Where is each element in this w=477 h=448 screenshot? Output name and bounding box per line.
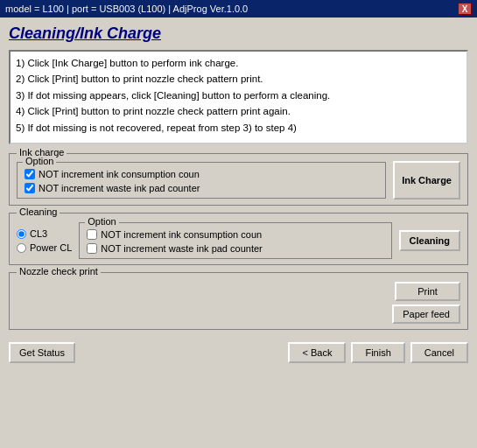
- bottom-bar: Get Status < Back Finish Cancel: [9, 339, 468, 363]
- ink-charge-checkbox-1[interactable]: [25, 169, 35, 179]
- instruction-1: 1) Click [Ink Charge] button to perform …: [16, 55, 461, 71]
- cleaning-section: Cleaning CL3 Power CL Option NOT increme…: [9, 213, 468, 265]
- page-title: Cleaning/Ink Charge: [9, 24, 468, 43]
- ink-charge-checkbox-2-label: NOT increment waste ink pad counter: [39, 183, 200, 193]
- cancel-button[interactable]: Cancel: [410, 342, 468, 363]
- cleaning-radio-power[interactable]: [17, 243, 26, 253]
- cleaning-checkbox-1-row: NOT increment ink consumption coun: [87, 229, 383, 240]
- cleaning-label: Cleaning: [17, 206, 60, 217]
- instructions-box: 1) Click [Ink Charge] button to perform …: [9, 50, 468, 144]
- title-bar-text: model = L100 | port = USB003 (L100) | Ad…: [5, 4, 248, 14]
- nozzle-label: Nozzle check print: [17, 266, 101, 276]
- window-body: Cleaning/Ink Charge 1) Click [Ink Charge…: [0, 18, 477, 448]
- cleaning-button[interactable]: Cleaning: [399, 230, 460, 251]
- close-button[interactable]: X: [458, 3, 472, 15]
- paper-feed-button[interactable]: Paper feed: [392, 304, 460, 324]
- cleaning-radio-cl3-row: CL3: [17, 228, 72, 239]
- cleaning-radio-cl3-label: CL3: [30, 228, 47, 239]
- cleaning-option-label: Option: [85, 216, 118, 227]
- ink-charge-option-label: Option: [23, 156, 56, 166]
- print-button[interactable]: Print: [395, 282, 460, 301]
- ink-charge-inner: Option NOT increment ink consumption cou…: [17, 161, 460, 200]
- instruction-4: 4) Click [Print] button to print nozzle …: [16, 103, 461, 119]
- nozzle-inner: Print Paper feed: [17, 282, 460, 324]
- cleaning-radio-cl3[interactable]: [17, 229, 26, 239]
- cleaning-radio-section: CL3 Power CL: [17, 228, 72, 253]
- cleaning-option-group: Option NOT increment ink consumption cou…: [79, 222, 391, 259]
- instruction-5: 5) If dot missing is not recovered, repe…: [16, 120, 461, 136]
- cleaning-checkbox-2[interactable]: [87, 243, 97, 254]
- cleaning-checkbox-1[interactable]: [87, 229, 97, 240]
- ink-charge-checkbox-1-row: NOT increment ink consumption coun: [25, 169, 378, 179]
- nozzle-section: Nozzle check print Print Paper feed: [9, 272, 468, 330]
- ink-charge-checkbox-2-row: NOT increment waste ink pad counter: [25, 183, 378, 193]
- cleaning-radio-power-label: Power CL: [30, 242, 72, 253]
- ink-charge-option-group: Option NOT increment ink consumption cou…: [17, 162, 386, 199]
- instruction-3: 3) If dot missing appears, click [Cleani…: [16, 88, 461, 103]
- back-button[interactable]: < Back: [288, 342, 346, 363]
- ink-charge-section: Ink charge Option NOT increment ink cons…: [9, 153, 468, 206]
- instruction-2: 2) Click [Print] button to print nozzle …: [16, 71, 461, 87]
- title-bar: model = L100 | port = USB003 (L100) | Ad…: [0, 0, 477, 18]
- ink-charge-button[interactable]: Ink Charge: [393, 161, 460, 200]
- ink-charge-checkbox-2[interactable]: [25, 183, 35, 193]
- cleaning-radio-power-row: Power CL: [17, 242, 72, 253]
- nav-buttons: < Back Finish Cancel: [288, 342, 468, 363]
- ink-charge-checkbox-1-label: NOT increment ink consumption coun: [39, 169, 200, 179]
- cleaning-checkbox-2-row: NOT increment waste ink pad counter: [87, 243, 383, 254]
- finish-button[interactable]: Finish: [351, 342, 404, 363]
- cleaning-checkbox-1-label: NOT increment ink consumption coun: [101, 229, 262, 240]
- cleaning-checkbox-2-label: NOT increment waste ink pad counter: [101, 243, 262, 254]
- get-status-button[interactable]: Get Status: [9, 342, 75, 363]
- cleaning-inner: CL3 Power CL Option NOT increment ink co…: [17, 222, 460, 259]
